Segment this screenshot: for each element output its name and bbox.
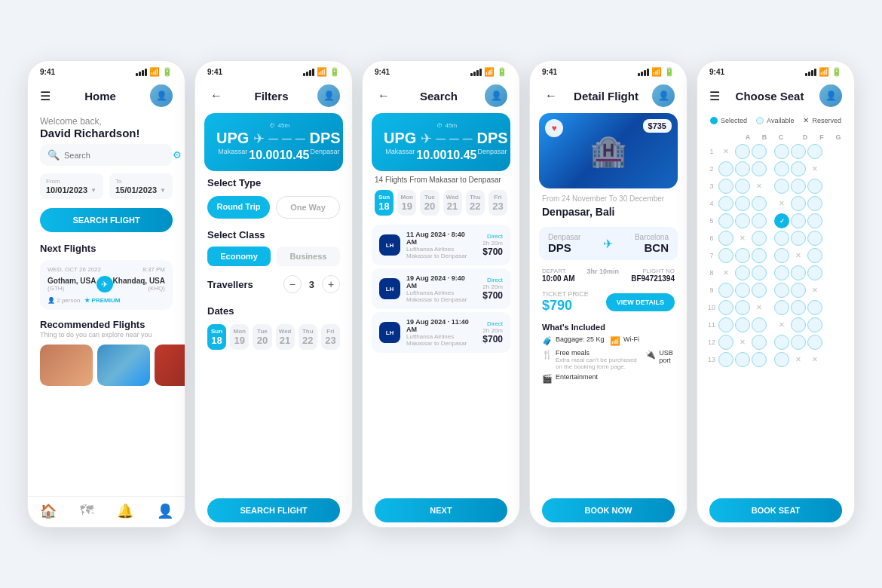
seat-13-0[interactable] (718, 352, 733, 367)
avatar[interactable]: 👤 (150, 84, 173, 107)
seat-10-0[interactable] (718, 300, 733, 315)
seat-2-right-0[interactable] (774, 161, 789, 176)
seat-5-2[interactable] (752, 213, 767, 228)
seat-3-right-2[interactable] (807, 179, 822, 194)
book-now-button[interactable]: BOOK NOW (542, 498, 675, 522)
seat-4-1[interactable] (735, 196, 750, 211)
seat-6-0[interactable] (718, 231, 733, 246)
seat-5-1[interactable] (735, 213, 750, 228)
one-way-btn[interactable]: One Way (276, 196, 340, 219)
avatar-filters[interactable]: 👤 (317, 84, 340, 107)
day-s-2[interactable]: Tue20 (420, 190, 439, 216)
from-date-box[interactable]: From 10/01/2023 ▼ (40, 173, 103, 199)
search-input[interactable] (64, 151, 168, 160)
seat-4-0[interactable] (718, 196, 733, 211)
seat-5-right-0[interactable]: ✓ (774, 213, 789, 228)
day-s-1[interactable]: Mon19 (397, 190, 416, 216)
seat-1-right-2[interactable] (807, 144, 822, 159)
flight-result-2[interactable]: LH 19 Aug 2024 · 11:40 AM Lufthansa Airl… (372, 312, 510, 353)
day-2[interactable]: Tue 20 (253, 324, 271, 350)
seat-1-2[interactable] (752, 144, 767, 159)
day-5[interactable]: Fri 23 (321, 324, 340, 350)
decrement-btn[interactable]: − (283, 275, 302, 293)
seat-9-right-0[interactable] (774, 283, 789, 298)
seat-13-1[interactable] (735, 352, 750, 367)
seat-11-1[interactable] (735, 317, 750, 332)
seat-3-right-0[interactable] (774, 179, 789, 194)
seat-6-2[interactable] (752, 231, 767, 246)
next-flight-card[interactable]: WED, OCT 26 2022 8:37 PM Gotham, USA (GT… (40, 260, 173, 310)
avatar-detail[interactable]: 👤 (652, 84, 675, 107)
seat-2-0[interactable] (718, 161, 733, 176)
seat-10-right-2[interactable] (807, 300, 822, 315)
menu-icon[interactable]: ☰ (40, 89, 51, 103)
day-s-0[interactable]: Sun18 (375, 190, 394, 216)
seat-4-right-0[interactable]: ✕ (774, 196, 789, 211)
seat-3-right-1[interactable] (791, 179, 806, 194)
search-bar[interactable]: 🔍 ⚙ (40, 144, 173, 166)
seat-5-right-2[interactable] (807, 213, 822, 228)
seat-1-right-0[interactable] (774, 144, 789, 159)
nav-map-icon[interactable]: 🗺 (80, 503, 93, 519)
seat-9-1[interactable] (735, 283, 750, 298)
seat-10-2[interactable]: ✕ (752, 300, 767, 315)
seat-11-right-0[interactable]: ✕ (774, 317, 789, 332)
seat-12-right-1[interactable] (791, 335, 806, 350)
economy-btn[interactable]: Economy (207, 247, 271, 266)
seat-7-right-2[interactable] (807, 248, 822, 263)
seat-3-0[interactable] (718, 179, 733, 194)
seat-8-right-1[interactable] (791, 265, 806, 280)
seat-8-right-2[interactable] (807, 265, 822, 280)
day-s-4[interactable]: Thu22 (466, 190, 485, 216)
seat-8-right-0[interactable] (774, 265, 789, 280)
nav-bell-icon[interactable]: 🔔 (117, 503, 133, 519)
seat-5-right-1[interactable] (791, 213, 806, 228)
seat-10-right-0[interactable] (774, 300, 789, 315)
seat-7-right-0[interactable] (774, 248, 789, 263)
seat-4-right-2[interactable] (807, 196, 822, 211)
favorite-button[interactable]: ♥ (545, 119, 563, 137)
rec-img-1[interactable] (40, 345, 93, 386)
menu-icon-seat[interactable]: ☰ (709, 89, 720, 103)
seat-4-right-1[interactable] (791, 196, 806, 211)
seat-12-0[interactable] (718, 335, 733, 350)
rec-img-3[interactable] (155, 345, 185, 386)
seat-12-1[interactable]: ✕ (735, 335, 750, 350)
seat-2-1[interactable] (735, 161, 750, 176)
day-0[interactable]: Sun 18 (207, 324, 226, 350)
seat-7-right-1[interactable]: ✕ (791, 248, 806, 263)
next-button[interactable]: NEXT (375, 498, 507, 522)
seat-9-right-2[interactable]: ✕ (807, 283, 822, 298)
day-4[interactable]: Thu 22 (299, 324, 317, 350)
seat-7-1[interactable] (735, 248, 750, 263)
seat-13-right-1[interactable]: ✕ (791, 352, 806, 367)
seat-1-0[interactable]: ✕ (718, 144, 733, 159)
nav-home-icon[interactable]: 🏠 (40, 503, 57, 519)
search-flight-button-filters[interactable]: SEARCH FLIGHT (207, 498, 340, 522)
view-details-button[interactable]: VIEW DETAILS (606, 293, 675, 311)
back-button-search[interactable]: ← (375, 87, 393, 105)
seat-3-1[interactable] (735, 179, 750, 194)
flight-result-0[interactable]: LH 11 Aug 2024 · 8:40 AM Lufthansa Airli… (372, 225, 510, 265)
round-trip-btn[interactable]: Round Trip (207, 196, 270, 219)
nav-user-icon[interactable]: 👤 (157, 503, 173, 519)
book-seat-button[interactable]: BOOK SEAT (709, 498, 842, 522)
seat-13-right-2[interactable]: ✕ (807, 352, 822, 367)
seat-2-right-2[interactable]: ✕ (807, 161, 822, 176)
back-button-filters[interactable]: ← (207, 87, 225, 105)
day-s-5[interactable]: Fri23 (488, 190, 507, 216)
seat-8-2[interactable] (752, 265, 767, 280)
seat-1-1[interactable] (735, 144, 750, 159)
seat-11-0[interactable] (718, 317, 733, 332)
seat-2-2[interactable] (752, 161, 767, 176)
seat-4-2[interactable] (752, 196, 767, 211)
to-date-box[interactable]: To 15/01/2023 ▼ (109, 173, 173, 199)
search-flight-button[interactable]: SEARCH FLIGHT (40, 208, 173, 232)
seat-11-right-1[interactable] (791, 317, 806, 332)
seat-8-0[interactable]: ✕ (718, 265, 733, 280)
seat-1-right-1[interactable] (791, 144, 806, 159)
seat-2-right-1[interactable] (791, 161, 806, 176)
seat-10-1[interactable] (735, 300, 750, 315)
seat-12-right-0[interactable] (774, 335, 789, 350)
seat-6-right-2[interactable] (807, 231, 822, 246)
